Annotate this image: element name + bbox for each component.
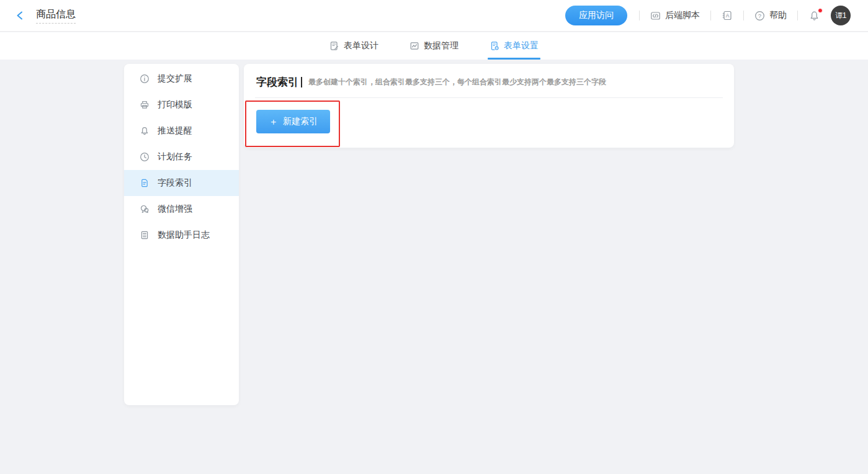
sidebar-item-label: 字段索引	[158, 177, 192, 189]
tab-label: 表单设置	[504, 40, 539, 51]
divider	[743, 11, 744, 20]
code-icon	[650, 11, 661, 21]
clock-icon	[140, 152, 150, 162]
divider	[710, 11, 711, 20]
app-window: 商品信息 应用访问 后端脚本	[0, 0, 868, 474]
help-icon: ?	[754, 11, 765, 21]
backend-script-button[interactable]: 后端脚本	[649, 7, 701, 24]
tab-label: 表单设计	[344, 40, 378, 51]
sidebar-item-field-index[interactable]: 字段索引	[124, 170, 239, 196]
panel-title-row: 字段索引 最多创建十个索引，组合索引最多支持三个，每个组合索引最少支持两个最多支…	[244, 64, 734, 89]
header-right: 应用访问 后端脚本	[565, 6, 851, 25]
tab-label: 数据管理	[424, 40, 459, 51]
tab-bar: 表单设计 数据管理 表单设置	[0, 32, 868, 60]
new-index-button[interactable]: ＋ 新建索引	[256, 110, 330, 133]
sidebar-item-label: 打印模版	[158, 99, 192, 110]
sidebar-item-scheduled-tasks[interactable]: 计划任务	[124, 144, 239, 170]
sidebar-item-data-assistant-log[interactable]: 数据助手日志	[124, 222, 239, 248]
sidebar-item-print-template[interactable]: 打印模版	[124, 92, 239, 118]
log-icon	[140, 230, 150, 240]
header-left: 商品信息	[15, 8, 76, 24]
user-avatar[interactable]: 谭1	[831, 6, 851, 25]
new-index-button-label: 新建索引	[283, 116, 318, 127]
content-area: 提交扩展 打印模版 推	[0, 60, 868, 474]
app-header: 商品信息 应用访问 后端脚本	[0, 0, 868, 32]
panel-title: 字段索引	[256, 75, 298, 89]
chevron-left-icon	[15, 10, 26, 21]
sidebar-item-push-reminder[interactable]: 推送提醒	[124, 118, 239, 144]
info-circle-icon	[140, 74, 150, 84]
back-button[interactable]	[15, 10, 26, 21]
wechat-icon	[140, 204, 150, 214]
title-divider	[301, 77, 302, 87]
sidebar-item-label: 推送提醒	[158, 125, 192, 136]
panel-description: 最多创建十个索引，组合索引最多支持三个，每个组合索引最少支持两个最多支持三个字段	[308, 77, 606, 87]
data-manage-icon	[409, 41, 419, 51]
bell-icon	[140, 126, 150, 136]
notification-badge	[818, 8, 823, 13]
app-access-button[interactable]: 应用访问	[565, 6, 627, 25]
tab-data-management[interactable]: 数据管理	[409, 32, 459, 60]
document-icon	[140, 178, 150, 188]
help-label: 帮助	[769, 10, 787, 21]
sidebar-item-label: 微信增强	[158, 203, 192, 215]
address-book-icon: A	[722, 10, 733, 21]
backend-script-label: 后端脚本	[665, 10, 700, 21]
page-title[interactable]: 商品信息	[36, 8, 76, 24]
tab-form-design[interactable]: 表单设计	[329, 32, 378, 60]
sidebar-item-label: 数据助手日志	[158, 230, 210, 241]
address-book-button[interactable]: A	[720, 7, 734, 24]
svg-text:A: A	[726, 12, 730, 19]
sidebar-item-label: 计划任务	[158, 151, 192, 163]
svg-text:?: ?	[758, 12, 761, 19]
printer-icon	[140, 100, 150, 110]
notifications-button[interactable]	[807, 9, 821, 23]
sidebar-item-wechat-enhance[interactable]: 微信增强	[124, 196, 239, 222]
plus-icon: ＋	[269, 116, 278, 128]
tab-form-settings[interactable]: 表单设置	[490, 32, 539, 60]
settings-sidebar: 提交扩展 打印模版 推	[124, 64, 239, 405]
help-button[interactable]: ? 帮助	[753, 7, 788, 24]
divider	[797, 11, 798, 20]
panel-divider	[255, 97, 723, 98]
form-design-icon	[329, 41, 339, 51]
divider	[639, 11, 640, 20]
sidebar-item-submit-extension[interactable]: 提交扩展	[124, 66, 239, 92]
sidebar-item-label: 提交扩展	[158, 73, 192, 84]
field-index-panel: 字段索引 最多创建十个索引，组合索引最多支持三个，每个组合索引最少支持两个最多支…	[244, 64, 734, 148]
form-settings-icon	[490, 41, 499, 51]
